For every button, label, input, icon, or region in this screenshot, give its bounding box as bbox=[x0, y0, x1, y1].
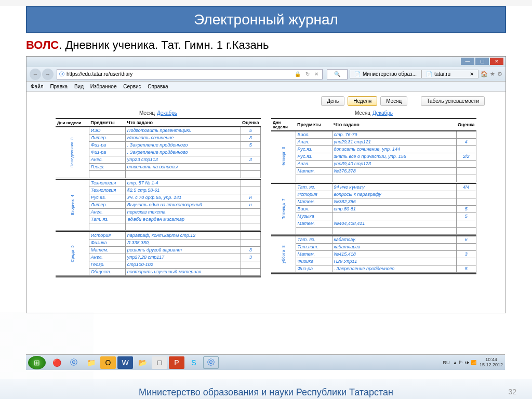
day-button[interactable]: День bbox=[321, 96, 344, 106]
menu-favorites[interactable]: Избранное bbox=[90, 84, 117, 89]
back-button[interactable]: ← bbox=[30, 69, 41, 80]
tray-icons[interactable]: ▲ 🏳 🕪 📶 bbox=[453, 360, 476, 365]
diary-row: Англ.упр39,40 стр123 bbox=[271, 160, 476, 167]
ie-taskbar-icon[interactable]: ⓔ bbox=[66, 356, 82, 369]
grade-cell: 3 bbox=[241, 134, 260, 141]
browser-tab[interactable]: 📄tatar.ru✕ bbox=[421, 70, 478, 78]
menu-file[interactable]: Файл bbox=[31, 84, 44, 89]
slide-title-bar: Электронный журнал bbox=[26, 6, 506, 33]
diary-row: Биол.стр.80-815 bbox=[271, 205, 476, 212]
outlook-icon[interactable]: O bbox=[100, 356, 116, 369]
grade-cell bbox=[241, 261, 260, 268]
favorites-icon[interactable]: ★ bbox=[490, 71, 495, 77]
folder-icon[interactable]: 📂 bbox=[135, 356, 150, 369]
subject-cell: История bbox=[89, 232, 125, 239]
subject-cell: Англ. bbox=[89, 156, 125, 163]
address-bar[interactable]: ⓔ https://edu.tatar.ru/user/diary 🔒 ↻ ✕ bbox=[57, 69, 323, 79]
clock[interactable]: 10:4415.12.2012 bbox=[480, 357, 503, 368]
menu-service[interactable]: Сервис bbox=[123, 84, 141, 89]
ie-running-icon[interactable]: ⓔ bbox=[203, 356, 219, 369]
ie-icon: ⓔ bbox=[59, 71, 64, 78]
task-cell: пересказ текста bbox=[125, 208, 241, 216]
subject-cell: Тат. яз. bbox=[296, 236, 332, 243]
grade-cell: н bbox=[241, 201, 260, 208]
task-cell: §2.5 стр.58-61 bbox=[125, 187, 241, 194]
subject-cell: Биол. bbox=[296, 205, 332, 212]
task-cell: Подготовить презентацию. bbox=[125, 127, 241, 134]
grade-cell: 5 bbox=[456, 265, 476, 272]
subject-cell: Технология bbox=[89, 187, 125, 194]
lang-indicator[interactable]: RU bbox=[443, 360, 450, 365]
diary-row: Англ.упр29,31 стр1214 bbox=[271, 138, 476, 145]
excel-icon[interactable]: □ bbox=[152, 356, 167, 369]
subject-cell: Англ. bbox=[296, 160, 332, 167]
task-cell: Написать сочинение bbox=[125, 134, 241, 141]
task-cell bbox=[125, 170, 241, 178]
diary-row: Рус.яз.знать все о причастии, упр. 1552/… bbox=[271, 153, 476, 160]
diary-row: Вторник 4Технологиястр. 57 № 1-4 bbox=[56, 179, 261, 187]
subject-cell: Англ. bbox=[296, 138, 332, 145]
subject-cell: Музыка bbox=[296, 212, 332, 220]
task-cell: кабатларга bbox=[332, 243, 456, 250]
minimize-button[interactable]: — bbox=[461, 58, 474, 65]
grade-cell bbox=[241, 223, 260, 230]
grade-cell bbox=[241, 170, 260, 178]
task-cell: 94 нче күнегү bbox=[332, 183, 456, 191]
day-cell: уббота 8 bbox=[271, 236, 296, 272]
close-button[interactable]: ✕ bbox=[490, 58, 503, 65]
task-cell: Уч. с.70 орф.55, упр. 141 bbox=[125, 194, 241, 201]
grade-cell bbox=[241, 232, 260, 239]
explorer-icon[interactable]: 📁 bbox=[83, 356, 99, 369]
chrome-icon[interactable]: 🔴 bbox=[49, 356, 64, 369]
grade-cell: 3 bbox=[456, 250, 476, 258]
diary-row: Рус.яз.дописать сочинение, упр. 144 bbox=[271, 145, 476, 153]
subject-cell: Рус.яз. bbox=[296, 145, 332, 153]
forward-button[interactable]: → bbox=[42, 69, 54, 80]
home-icon[interactable]: 🏠 bbox=[481, 71, 488, 77]
menu-view[interactable]: Вид bbox=[74, 84, 84, 89]
powerpoint-icon[interactable]: P bbox=[169, 356, 184, 369]
task-cell: әдәби әсәрдән мисаллар bbox=[125, 216, 241, 223]
word-icon[interactable]: W bbox=[117, 356, 133, 369]
menu-edit[interactable]: Правка bbox=[50, 84, 68, 89]
grade-cell bbox=[456, 220, 476, 227]
start-button[interactable]: ⊞ bbox=[28, 356, 46, 369]
subject-cell: Биол. bbox=[296, 131, 332, 138]
subject-cell: Общест. bbox=[89, 268, 125, 275]
diary-row: Четверг 6Биол.стр. 76-79 bbox=[271, 131, 476, 138]
task-cell: . Закрепление пройденного bbox=[332, 265, 456, 272]
diary-row: Матем.№382,386 bbox=[271, 198, 476, 205]
grade-cell bbox=[241, 179, 260, 187]
slide-number: 32 bbox=[508, 388, 516, 396]
diary-table-right: Дни неделиПредметыЧто заданоОценкаЧетвер… bbox=[271, 118, 476, 274]
browser-navbar: ← → ⓔ https://edu.tatar.ru/user/diary 🔒 … bbox=[26, 67, 506, 82]
addr-icons: 🔒 ↻ ✕ bbox=[295, 71, 320, 77]
task-cell: стр.80-81 bbox=[332, 205, 456, 212]
subject-cell bbox=[89, 170, 125, 178]
day-cell: Понедельник 3 bbox=[56, 127, 89, 178]
subject-cell: Физика bbox=[296, 258, 332, 265]
maximize-button[interactable]: ▢ bbox=[475, 58, 489, 65]
slide-subtitle: ВОЛС. Дневник ученика. Тат. Гимн. 1 г.Ка… bbox=[26, 38, 506, 52]
grade-cell bbox=[456, 131, 476, 138]
task-cell: . Закрепление пройденного bbox=[125, 149, 241, 156]
week-button[interactable]: Неделя bbox=[348, 96, 377, 106]
diary-row: Музыка5 bbox=[271, 212, 476, 220]
subject-cell: Литер. bbox=[89, 201, 125, 208]
subject-cell: Матем. bbox=[296, 250, 332, 258]
grade-cell bbox=[241, 149, 260, 156]
grade-cell: н bbox=[241, 194, 260, 201]
grade-cell: 3 bbox=[241, 246, 260, 254]
search-box[interactable]: 🔍 bbox=[327, 69, 348, 79]
grade-cell: 5 bbox=[456, 212, 476, 220]
browser-tab[interactable]: 📄Министерство образ... bbox=[350, 70, 421, 78]
menu-help[interactable]: Справка bbox=[148, 84, 168, 89]
month-button[interactable]: Месяц bbox=[380, 96, 407, 106]
diary-row: Понедельник 3ИЗОПодготовить презентацию.… bbox=[56, 127, 261, 134]
browser-menubar: Файл Правка Вид Избранное Сервис Справка bbox=[26, 82, 506, 92]
grade-cell bbox=[456, 191, 476, 198]
skype-icon[interactable]: S bbox=[186, 356, 202, 369]
subject-cell: Тат.лит. bbox=[296, 243, 332, 250]
report-button[interactable]: Табель успеваемости bbox=[421, 96, 485, 106]
gear-icon[interactable]: ⚙ bbox=[497, 71, 502, 77]
